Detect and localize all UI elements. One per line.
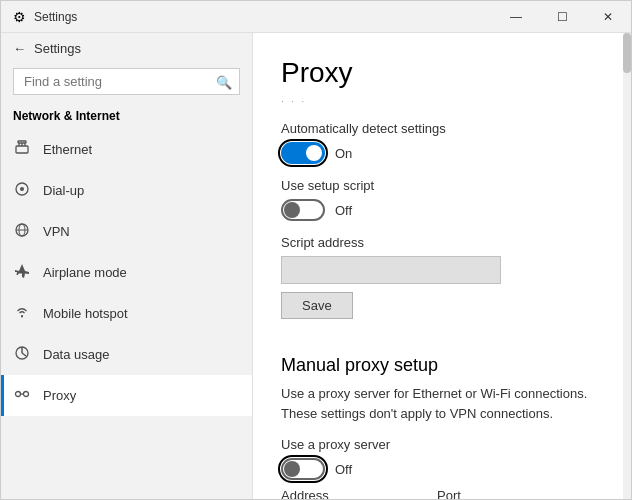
svg-point-12 [16,392,21,397]
setup-script-toggle-label: Off [335,203,352,218]
setup-script-toggle-row: Off [281,199,603,221]
proxy-server-label: Use a proxy server [281,437,603,452]
sidebar-item-airplane[interactable]: Airplane mode [1,252,252,293]
search-icon: 🔍 [216,74,232,89]
maximize-button[interactable]: ☐ [539,1,585,33]
settings-icon: ⚙ [13,9,26,25]
svg-rect-0 [16,146,28,153]
auto-detect-toggle-row: On [281,142,603,164]
sidebar-item-label-vpn: VPN [43,224,70,239]
address-column: Address [281,488,421,499]
svg-rect-4 [18,141,26,143]
sidebar-item-proxy[interactable]: Proxy [1,375,252,416]
close-button[interactable]: ✕ [585,1,631,33]
sidebar-item-ethernet[interactable]: Ethernet [1,129,252,170]
sidebar-item-datausage[interactable]: Data usage [1,334,252,375]
port-label: Port [437,488,497,499]
hotspot-icon [13,303,31,324]
address-port-row: Address Port [281,488,603,499]
proxy-server-toggle-row: Off [281,458,603,480]
minimize-button[interactable]: — [493,1,539,33]
sidebar-item-hotspot[interactable]: Mobile hotspot [1,293,252,334]
svg-point-10 [21,316,23,318]
back-icon: ← [13,41,26,56]
datausage-icon [13,344,31,365]
svg-point-6 [20,187,24,191]
sidebar-item-dialup[interactable]: Dial-up [1,170,252,211]
manual-proxy-heading: Manual proxy setup [281,355,603,376]
vpn-icon [13,221,31,242]
svg-point-13 [24,392,29,397]
setup-script-label: Use setup script [281,178,603,193]
settings-window: ⚙ Settings — ☐ ✕ ← Settings 🔍 Network & … [0,0,632,500]
port-column: Port [437,488,497,499]
sidebar-item-label-ethernet: Ethernet [43,142,92,157]
titlebar: ⚙ Settings — ☐ ✕ [1,1,631,33]
sidebar-item-label-dialup: Dial-up [43,183,84,198]
titlebar-title: Settings [34,10,77,24]
proxy-server-toggle-label: Off [335,462,352,477]
proxy-server-knob [284,461,300,477]
proxy-icon [13,385,31,406]
scrollbar-track[interactable] [623,33,631,499]
sidebar-back-label: Settings [34,41,81,56]
scrollbar-thumb[interactable] [623,33,631,73]
sidebar-item-vpn[interactable]: VPN [1,211,252,252]
page-title: Proxy [281,57,603,89]
manual-proxy-desc: Use a proxy server for Ethernet or Wi-Fi… [281,384,603,423]
setup-script-knob [284,202,300,218]
auto-detect-toggle[interactable] [281,142,325,164]
script-address-input[interactable] [281,256,501,284]
script-address-label: Script address [281,235,603,250]
auto-detect-knob [306,145,322,161]
sidebar-item-label-proxy: Proxy [43,388,76,403]
ethernet-icon [13,139,31,160]
dialup-icon [13,180,31,201]
main-layout: ← Settings 🔍 Network & Internet Ethernet [1,33,631,499]
auto-detect-toggle-label: On [335,146,352,161]
sidebar-item-label-hotspot: Mobile hotspot [43,306,128,321]
sidebar-search-container: 🔍 [13,68,240,95]
titlebar-left: ⚙ Settings [13,9,77,25]
sidebar-section-title: Network & Internet [1,103,252,129]
sidebar-item-label-datausage: Data usage [43,347,110,362]
sidebar-back-button[interactable]: ← Settings [1,33,252,64]
sidebar-item-label-airplane: Airplane mode [43,265,127,280]
address-label: Address [281,488,421,499]
proxy-server-toggle[interactable] [281,458,325,480]
setup-script-toggle[interactable] [281,199,325,221]
right-panel: Proxy · · · Automatically detect setting… [253,33,631,499]
auto-detect-label: Automatically detect settings [281,121,603,136]
search-input[interactable] [13,68,240,95]
airplane-icon [13,262,31,283]
save-button[interactable]: Save [281,292,353,319]
sidebar: ← Settings 🔍 Network & Internet Ethernet [1,33,253,499]
titlebar-controls: — ☐ ✕ [493,1,631,33]
partial-dots: · · · [281,95,603,107]
